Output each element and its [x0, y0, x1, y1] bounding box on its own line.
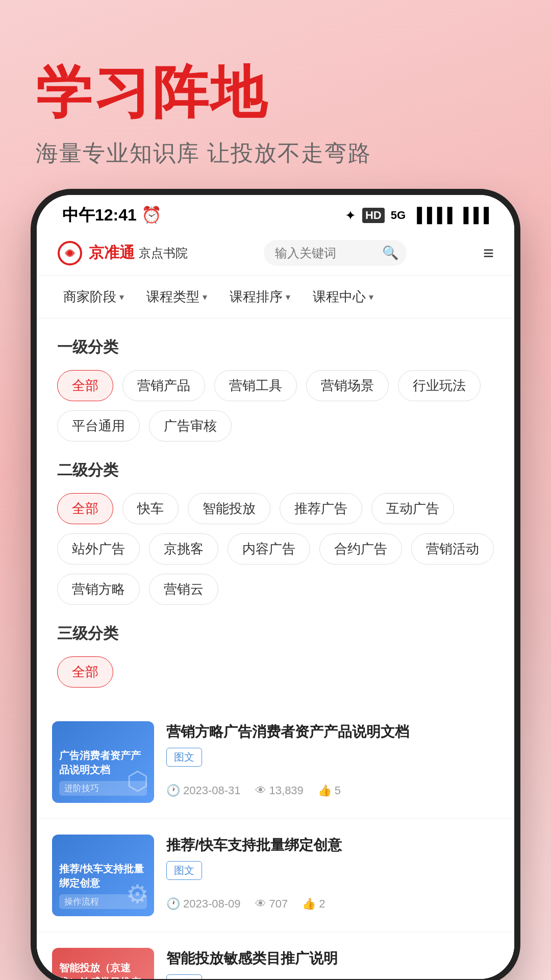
filter-tags-level3: 全部	[57, 656, 494, 688]
tag-level1-ad-review[interactable]: 广告审核	[149, 410, 232, 442]
logo-section: 京准通 京点书院	[57, 240, 188, 266]
filter-section-level1: 一级分类 全部 营销产品 营销工具 营销场景 行业玩法 平台通用 广告审核	[57, 337, 494, 442]
signal-label: 5G	[391, 209, 406, 222]
content-type-badge-2: 图文	[166, 861, 202, 880]
content-item[interactable]: 广告消费者资产产品说明文档 进阶技巧 ⬡ 营销方略广告消费者资产产品说明文档 图…	[37, 706, 514, 818]
content-type-badge-1: 图文	[166, 748, 202, 767]
hero-section: 学习阵地 海量专业知识库 让投放不走弯路	[0, 0, 551, 199]
tag-level1-marketing-tool[interactable]: 营销工具	[214, 370, 297, 401]
status-time: 中午12:41 ⏰	[62, 204, 162, 227]
hero-subtitle: 海量专业知识库 让投放不走弯路	[36, 138, 515, 168]
status-bar: 中午12:41 ⏰ ✦ HD 5G ▐▐▐▐ ▐▐▐	[37, 195, 514, 231]
tag-level3-all[interactable]: 全部	[57, 656, 113, 688]
search-input[interactable]	[275, 246, 377, 260]
nav-tab-course-type[interactable]: 课程类型 ▾	[135, 283, 218, 311]
content-meta-1: 🕐 2023-08-31 👁 13,839 👍 5	[166, 784, 499, 797]
tag-level2-recommend[interactable]: 推荐广告	[280, 493, 362, 524]
logo-text-row: 京准通 京点书院	[89, 242, 188, 263]
filter-label-level3: 三级分类	[57, 623, 494, 644]
content-meta-2: 🕐 2023-08-09 👁 707 👍 2	[166, 897, 499, 911]
content-thumb-2: 推荐/快车支持批量绑定创意 操作流程 ⚙	[52, 835, 154, 916]
chevron-down-icon: ▾	[119, 291, 124, 303]
filter-section-level3: 三级分类 全部	[57, 623, 494, 688]
tag-level2-content[interactable]: 内容广告	[228, 533, 310, 565]
thumb-icon-2: ⚙	[126, 879, 149, 909]
hd-label: HD	[362, 208, 385, 223]
filter-label-level1: 一级分类	[57, 337, 494, 358]
content-item-3[interactable]: 智能投放（京速推）敏感类目推广说明 新手入门 智能投放敏感类目推广说明 图文	[37, 933, 514, 980]
tag-level2-strategy[interactable]: 营销方略	[57, 574, 140, 605]
content-type-badge-3: 图文	[166, 974, 202, 980]
nav-tab-merchant[interactable]: 商家阶段 ▾	[52, 283, 135, 311]
chevron-down-icon: ▾	[369, 291, 373, 303]
thumb-icon-1: ⬡	[127, 766, 149, 796]
meta-likes-2: 👍 2	[302, 897, 325, 911]
tag-level2-all[interactable]: 全部	[57, 493, 113, 524]
bluetooth-icon: ✦	[345, 208, 356, 224]
content-info-3: 智能投放敏感类目推广说明 图文	[166, 948, 499, 980]
nav-tab-course-center[interactable]: 课程中心 ▾	[302, 283, 385, 311]
thumb-bg-3: 智能投放（京速推）敏感类目推广说明 新手入门	[52, 948, 154, 980]
content-info-2: 推荐/快车支持批量绑定创意 图文 🕐 2023-08-09 👁 707 👍 2	[166, 835, 499, 911]
battery-icon: ▐▐▐	[458, 207, 489, 224]
filter-panel: 一级分类 全部 营销产品 营销工具 营销场景 行业玩法 平台通用 广告审核 二级…	[37, 318, 514, 706]
logo-icon	[57, 240, 83, 266]
content-thumb-1: 广告消费者资产产品说明文档 进阶技巧 ⬡	[52, 721, 154, 803]
filter-label-level2: 二级分类	[57, 460, 494, 481]
content-list: 广告消费者资产产品说明文档 进阶技巧 ⬡ 营销方略广告消费者资产产品说明文档 图…	[37, 706, 514, 980]
signal-bars-icon: ▐▐▐▐	[412, 207, 452, 224]
meta-views-2: 👁 707	[255, 897, 288, 911]
thumb-bg-2: 推荐/快车支持批量绑定创意 操作流程 ⚙	[52, 835, 154, 916]
tag-level2-activity[interactable]: 营销活动	[411, 533, 494, 565]
clock-icon-2: 🕐	[166, 897, 180, 911]
filter-tags-level1: 全部 营销产品 营销工具 营销场景 行业玩法 平台通用 广告审核	[57, 370, 494, 442]
tag-level1-platform[interactable]: 平台通用	[57, 410, 140, 442]
tag-level2-contract[interactable]: 合约广告	[319, 533, 402, 565]
content-title-3: 智能投放敏感类目推广说明	[166, 948, 499, 969]
meta-date-2: 🕐 2023-08-09	[166, 897, 241, 911]
tag-level2-cloud[interactable]: 营销云	[149, 574, 218, 605]
content-item-2[interactable]: 推荐/快车支持批量绑定创意 操作流程 ⚙ 推荐/快车支持批量绑定创意 图文 🕐 …	[37, 819, 514, 932]
content-title-1: 营销方略广告消费者资产产品说明文档	[166, 721, 499, 743]
tag-level2-jingtiaoue[interactable]: 京挑客	[149, 533, 218, 565]
hero-title: 学习阵地	[36, 61, 515, 123]
content-info-1: 营销方略广告消费者资产产品说明文档 图文 🕐 2023-08-31 👁 13,8…	[166, 721, 499, 797]
tag-level2-interactive[interactable]: 互动广告	[371, 493, 454, 524]
content-thumb-3: 智能投放（京速推）敏感类目推广说明 新手入门	[52, 948, 154, 980]
tag-level2-kuaiche[interactable]: 快车	[122, 493, 179, 524]
meta-likes-1: 👍 5	[318, 784, 341, 797]
tag-level1-industry[interactable]: 行业玩法	[398, 370, 481, 401]
content-title-2: 推荐/快车支持批量绑定创意	[166, 835, 499, 856]
menu-icon[interactable]: ≡	[483, 242, 494, 264]
tag-level2-offsite[interactable]: 站外广告	[57, 533, 140, 565]
meta-views-1: 👁 13,839	[255, 784, 304, 797]
tag-level1-all[interactable]: 全部	[57, 370, 113, 401]
eye-icon-2: 👁	[255, 897, 266, 911]
thumb-title-3: 智能投放（京速推）敏感类目推广说明	[59, 961, 147, 980]
thumb-bg-1: 广告消费者资产产品说明文档 进阶技巧 ⬡	[52, 721, 154, 803]
tag-level1-marketing-scene[interactable]: 营销场景	[306, 370, 389, 401]
app-header: 京准通 京点书院 🔍 ≡	[37, 231, 514, 276]
nav-tabs: 商家阶段 ▾ 课程类型 ▾ 课程排序 ▾ 课程中心 ▾	[37, 276, 514, 318]
search-bar[interactable]: 🔍	[264, 240, 407, 266]
logo-primary: 京准通	[89, 242, 135, 263]
tag-level2-smart[interactable]: 智能投放	[188, 493, 270, 524]
tag-level1-marketing-product[interactable]: 营销产品	[122, 370, 205, 401]
eye-icon: 👁	[255, 784, 266, 797]
like-icon: 👍	[318, 784, 332, 797]
logo-secondary: 京点书院	[139, 245, 188, 261]
phone-mockup: 中午12:41 ⏰ ✦ HD 5G ▐▐▐▐ ▐▐▐ 京准通 京点书院	[31, 189, 520, 980]
meta-date-1: 🕐 2023-08-31	[166, 784, 241, 797]
search-icon: 🔍	[382, 245, 398, 261]
like-icon-2: 👍	[302, 897, 316, 911]
svg-point-1	[67, 251, 72, 256]
filter-tags-level2: 全部 快车 智能投放 推荐广告 互动广告 站外广告 京挑客 内容广告 合约广告 …	[57, 493, 494, 605]
chevron-down-icon: ▾	[286, 291, 290, 303]
filter-section-level2: 二级分类 全部 快车 智能投放 推荐广告 互动广告 站外广告 京挑客 内容广告 …	[57, 460, 494, 605]
nav-tab-course-order[interactable]: 课程排序 ▾	[218, 283, 302, 311]
chevron-down-icon: ▾	[203, 291, 207, 303]
status-icons: ✦ HD 5G ▐▐▐▐ ▐▐▐	[345, 207, 489, 224]
clock-icon: 🕐	[166, 784, 180, 797]
alarm-icon: ⏰	[141, 206, 162, 224]
